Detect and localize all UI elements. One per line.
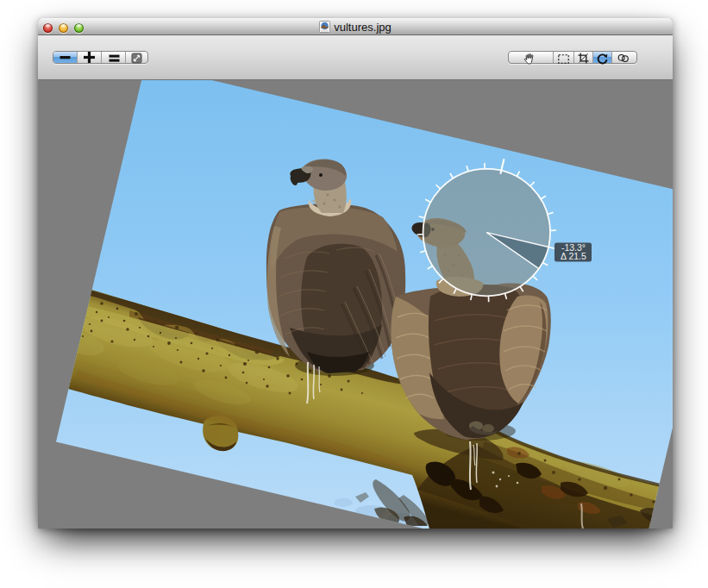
svg-text:Δ 21.5: Δ 21.5 <box>561 251 586 261</box>
